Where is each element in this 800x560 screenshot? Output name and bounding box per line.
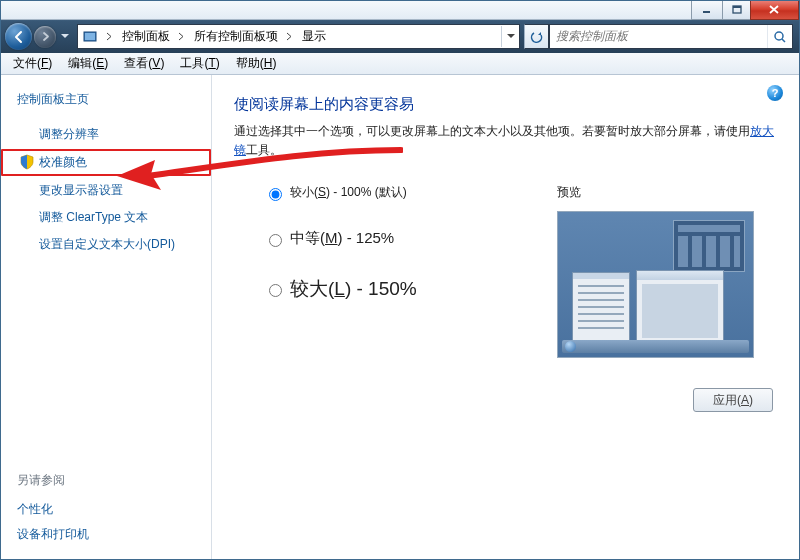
sidebar-dpi[interactable]: 设置自定义文本大小(DPI) — [1, 232, 211, 257]
maximize-button[interactable] — [722, 1, 751, 20]
window-buttons — [692, 1, 799, 19]
sidebar-display-settings[interactable]: 更改显示器设置 — [1, 178, 211, 203]
chevron-right-icon[interactable] — [102, 25, 116, 48]
breadcrumb-item[interactable]: 所有控制面板项 — [188, 25, 282, 48]
menu-edit[interactable]: 编辑(E) — [60, 53, 116, 74]
sidebar-personalization[interactable]: 个性化 — [17, 497, 195, 522]
menubar: 文件(F) 编辑(E) 查看(V) 工具(T) 帮助(H) — [1, 53, 799, 75]
titlebar — [1, 1, 799, 20]
content: ? 使阅读屏幕上的内容更容易 通过选择其中一个选项，可以更改屏幕上的文本大小以及… — [212, 75, 799, 560]
option-medium-radio[interactable] — [269, 234, 282, 247]
sidebar: 控制面板主页 调整分辨率 校准颜色 更改显示器设置 调整 ClearType 文… — [1, 75, 212, 560]
body: 控制面板主页 调整分辨率 校准颜色 更改显示器设置 调整 ClearType 文… — [1, 75, 799, 560]
breadcrumb-item[interactable]: 控制面板 — [116, 25, 174, 48]
search-icon[interactable] — [767, 25, 792, 48]
svg-rect-6 — [85, 33, 95, 40]
chevron-right-icon[interactable] — [174, 25, 188, 48]
window: 控制面板 所有控制面板项 显示 搜索控制面板 文件(F) 编辑(E) 查看(V)… — [0, 0, 800, 560]
search-placeholder: 搜索控制面板 — [550, 28, 767, 45]
control-panel-icon — [82, 29, 98, 45]
address-bar[interactable]: 控制面板 所有控制面板项 显示 — [77, 24, 520, 49]
sidebar-devices[interactable]: 设备和打印机 — [17, 522, 195, 547]
option-small-radio[interactable] — [269, 188, 282, 201]
help-icon[interactable]: ? — [767, 85, 783, 101]
menu-file[interactable]: 文件(F) — [5, 53, 60, 74]
menu-tools[interactable]: 工具(T) — [172, 53, 227, 74]
scale-options: 较小(S) - 100% (默认) 中等(M) - 125% 较大(L) - 1… — [234, 184, 557, 358]
refresh-button[interactable] — [524, 24, 549, 49]
sidebar-home[interactable]: 控制面板主页 — [17, 91, 195, 108]
sidebar-cleartype[interactable]: 调整 ClearType 文本 — [1, 205, 211, 230]
menu-help[interactable]: 帮助(H) — [228, 53, 285, 74]
preview-title: 预览 — [557, 184, 777, 201]
close-button[interactable] — [750, 1, 799, 20]
search-box[interactable]: 搜索控制面板 — [549, 24, 793, 49]
back-button[interactable] — [5, 23, 32, 50]
page-description: 通过选择其中一个选项，可以更改屏幕上的文本大小以及其他项。若要暂时放大部分屏幕，… — [234, 122, 777, 160]
option-large-radio[interactable] — [269, 284, 282, 297]
shield-icon — [19, 154, 35, 170]
nav-history-dropdown[interactable] — [58, 23, 71, 50]
sidebar-calibrate-color[interactable]: 校准颜色 — [1, 149, 211, 176]
forward-button[interactable] — [34, 26, 56, 48]
minimize-button[interactable] — [691, 1, 723, 20]
chevron-right-icon[interactable] — [282, 25, 296, 48]
navbar: 控制面板 所有控制面板项 显示 搜索控制面板 — [1, 20, 799, 53]
preview-image — [557, 211, 754, 358]
breadcrumb-current[interactable]: 显示 — [296, 25, 330, 48]
svg-point-7 — [775, 32, 783, 40]
menu-view[interactable]: 查看(V) — [116, 53, 172, 74]
option-large[interactable]: 较大(L) - 150% — [264, 276, 557, 302]
sidebar-resolution[interactable]: 调整分辨率 — [1, 122, 211, 147]
apply-button[interactable]: 应用(A) — [693, 388, 773, 412]
option-medium[interactable]: 中等(M) - 125% — [264, 229, 557, 248]
svg-line-8 — [782, 39, 785, 42]
page-heading: 使阅读屏幕上的内容更容易 — [234, 95, 777, 114]
address-dropdown[interactable] — [501, 26, 519, 47]
sidebar-see-also-heading: 另请参阅 — [17, 472, 195, 489]
option-small[interactable]: 较小(S) - 100% (默认) — [264, 184, 557, 201]
